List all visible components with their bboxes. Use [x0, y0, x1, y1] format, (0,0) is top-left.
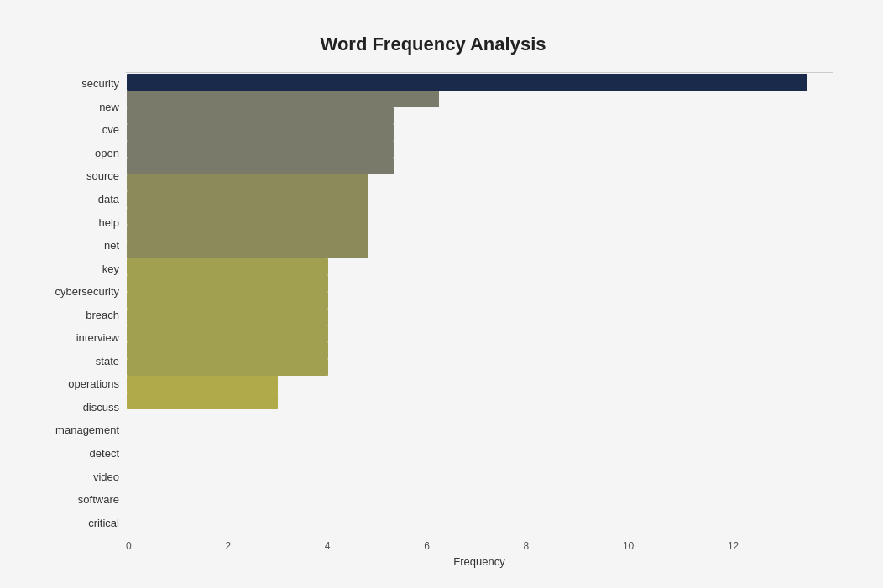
bar: [127, 158, 394, 174]
y-label: open: [34, 142, 119, 165]
y-label: operations: [34, 372, 119, 396]
y-label: cybersecurity: [34, 280, 119, 304]
bar: [127, 376, 278, 393]
bar: [127, 292, 328, 309]
bar-row: [127, 242, 833, 258]
y-label: key: [34, 257, 119, 280]
y-label: discuss: [34, 396, 119, 419]
bar: [127, 141, 394, 158]
bar-row: [127, 124, 833, 141]
x-axis: 024681012 Frequency: [126, 540, 833, 568]
plot-wrapper: 024681012 Frequency: [126, 72, 833, 534]
bar: [127, 309, 328, 325]
bar-row: [127, 376, 833, 393]
bar: [127, 174, 368, 191]
bar-row: [127, 208, 833, 225]
y-label: video: [34, 465, 119, 488]
bar-row: [127, 359, 833, 376]
y-label: net: [34, 234, 119, 258]
y-label: management: [34, 419, 119, 442]
bar: [127, 275, 328, 292]
y-label: source: [34, 164, 119, 188]
bar-row: [127, 191, 833, 208]
y-label: state: [34, 350, 119, 373]
bar: [127, 258, 328, 275]
bar-row: [127, 141, 833, 158]
y-label: critical: [34, 511, 119, 534]
x-tick: 8: [524, 540, 530, 552]
y-axis: securitynewcveopensourcedatahelpnetkeycy…: [34, 72, 126, 534]
bar-row: [127, 158, 833, 174]
bar-row: [127, 292, 833, 309]
chart-container: Word Frequency Analysis securitynewcveop…: [17, 17, 866, 588]
bar-row: [127, 275, 833, 292]
bar-row: [127, 74, 833, 91]
chart-title: Word Frequency Analysis: [34, 34, 833, 55]
bar-row: [127, 325, 833, 342]
bar: [127, 208, 368, 225]
bar: [127, 74, 807, 91]
bar: [127, 107, 394, 124]
bar-row: [127, 342, 833, 359]
x-tick: 6: [424, 540, 430, 552]
y-label: help: [34, 211, 119, 234]
y-label: security: [34, 72, 119, 96]
bars-container: [127, 72, 833, 75]
y-label: interview: [34, 326, 119, 350]
x-axis-label: Frequency: [126, 555, 833, 568]
bar: [127, 393, 278, 409]
x-tick: 0: [126, 540, 132, 552]
bar: [127, 359, 328, 376]
chart-area: securitynewcveopensourcedatahelpnetkeycy…: [34, 72, 833, 534]
x-tick: 12: [728, 540, 739, 552]
bar: [127, 225, 368, 242]
bar-row: [127, 91, 833, 107]
x-tick-labels: 024681012: [126, 540, 833, 552]
bar-row: [127, 107, 833, 124]
bar-row: [127, 309, 833, 325]
bar-row: [127, 174, 833, 191]
x-tick: 10: [623, 540, 634, 552]
bar-row: [127, 393, 833, 409]
y-label: cve: [34, 118, 119, 142]
x-tick: 2: [225, 540, 231, 552]
plot-area: [126, 72, 833, 73]
y-label: breach: [34, 303, 119, 326]
y-label: data: [34, 188, 119, 211]
bar: [127, 342, 328, 359]
x-tick: 4: [325, 540, 331, 552]
bar: [127, 325, 328, 342]
y-label: detect: [34, 442, 119, 466]
y-label: new: [34, 96, 119, 119]
bar: [127, 91, 439, 107]
bar: [127, 124, 394, 141]
bar-row: [127, 258, 833, 275]
bar: [127, 242, 368, 258]
bar: [127, 191, 368, 208]
y-label: software: [34, 488, 119, 512]
bar-row: [127, 225, 833, 242]
